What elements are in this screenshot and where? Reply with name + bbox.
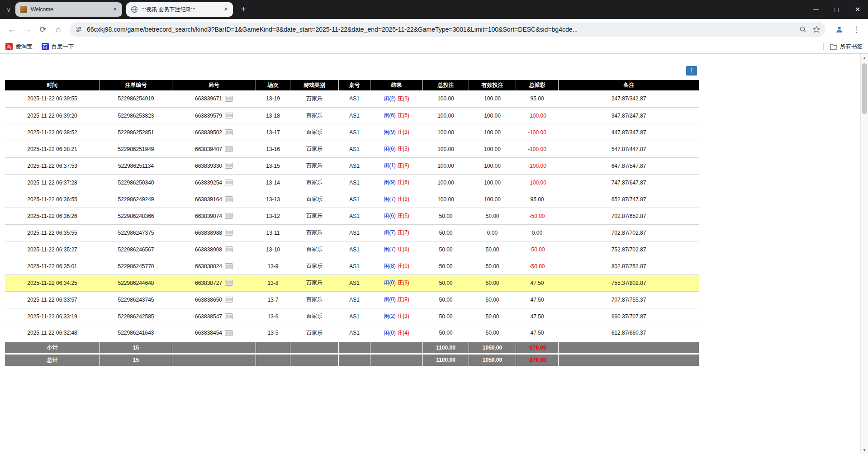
- cell-total-bet[interactable]: 50.00: [423, 325, 469, 341]
- replay-icon[interactable]: [225, 313, 233, 319]
- column-header: 有效投注: [469, 80, 516, 90]
- cell-total-bet[interactable]: 100.00: [423, 141, 469, 157]
- cell-session: 13-7: [256, 291, 290, 308]
- cell-table-number: AS1: [339, 157, 370, 174]
- replay-icon[interactable]: [225, 280, 233, 286]
- tab-close-icon[interactable]: ✕: [111, 6, 119, 13]
- address-bar[interactable]: 66cxkj98.com/game/betrecord_search/kind3…: [70, 22, 825, 37]
- cell-bet-id: 522986253823: [100, 107, 172, 124]
- cell-total-bet[interactable]: 50.00: [423, 308, 469, 325]
- table-row: 2025-11-22 06:36:26 522986248366 6638390…: [5, 208, 699, 224]
- back-icon[interactable]: ←: [5, 22, 20, 37]
- replay-icon[interactable]: [225, 113, 233, 118]
- cell-game-type: 百家乐: [290, 241, 339, 258]
- cell-total-bet[interactable]: 50.00: [423, 258, 469, 274]
- replay-icon[interactable]: [225, 129, 233, 135]
- cell-total-bet[interactable]: 100.00: [423, 157, 469, 174]
- replay-icon[interactable]: [225, 263, 233, 269]
- welcome-favicon-icon: [20, 6, 27, 13]
- url-text[interactable]: 66cxkj98.com/game/betrecord_search/kind3…: [87, 26, 795, 33]
- round-number: 663839502: [195, 129, 222, 136]
- summary-cell-empty: [370, 341, 423, 354]
- cell-remark: 707.87/755.37: [559, 291, 699, 308]
- cell-time: 2025-11-22 06:32:48: [5, 325, 100, 341]
- all-bookmarks-button[interactable]: 所有书签: [823, 43, 863, 51]
- cell-bet-id: 522986242585: [100, 308, 172, 325]
- cell-total-bet[interactable]: 100.00: [423, 174, 469, 191]
- page-content: 1 时间注单编号局号场次游戏类别桌号结果总投注有效投注总派彩备注 2025-11…: [0, 54, 868, 454]
- cell-result: 闲(9) 庄(3): [370, 124, 423, 141]
- replay-icon[interactable]: [225, 180, 233, 185]
- cell-payout: -100.00: [516, 157, 559, 174]
- site-info-icon[interactable]: [75, 26, 82, 33]
- cell-total-bet[interactable]: 50.00: [423, 274, 469, 291]
- cell-time: 2025-11-22 06:33:57: [5, 291, 100, 308]
- cell-total-bet[interactable]: 100.00: [423, 90, 469, 107]
- round-number: 663839164: [195, 196, 222, 203]
- bookmark-icon-baidu: 百: [42, 43, 49, 50]
- cell-time: 2025-11-22 06:35:55: [5, 224, 100, 241]
- bookmark-baidu[interactable]: 百 百度一下: [42, 43, 74, 51]
- cell-bet-id: 522986251134: [100, 157, 172, 174]
- scrollbar-up-icon[interactable]: ▲: [861, 54, 868, 62]
- pagination-page-1[interactable]: 1: [686, 66, 697, 76]
- replay-icon[interactable]: [225, 246, 233, 252]
- vertical-scrollbar[interactable]: ▲ ▼: [860, 54, 868, 454]
- cell-round: 663839164: [172, 191, 256, 208]
- result-banker: 庄(9): [397, 196, 409, 202]
- cell-remark: 747.87/647.87: [559, 174, 699, 191]
- tab-welcome[interactable]: Welcome ✕: [15, 2, 122, 17]
- replay-icon[interactable]: [225, 163, 233, 169]
- table-row: 2025-11-22 06:35:27 522986246567 6638389…: [5, 241, 699, 258]
- zoom-icon[interactable]: [799, 26, 806, 33]
- window-maximize-icon[interactable]: ▢: [826, 0, 847, 19]
- cell-payout: 0.00: [516, 224, 559, 241]
- tab-search-chevron-icon[interactable]: ∨: [4, 6, 14, 13]
- window-minimize-icon[interactable]: —: [806, 0, 826, 19]
- column-header: 局号: [172, 80, 256, 90]
- round-number: 663838547: [195, 313, 222, 320]
- summary-count: 15: [100, 341, 172, 354]
- cell-total-bet[interactable]: 100.00: [423, 107, 469, 124]
- replay-icon[interactable]: [225, 330, 233, 336]
- summary-label: 小计: [5, 341, 100, 354]
- browser-menu-icon[interactable]: ⋮: [849, 22, 863, 37]
- cell-total-bet[interactable]: 100.00: [423, 124, 469, 141]
- tab-bet-record[interactable]: :::视讯 会员下注纪录::: ✕: [126, 2, 233, 17]
- summary-valid-bet: 1050.00: [469, 341, 516, 354]
- scrollbar-down-icon[interactable]: ▼: [861, 446, 868, 454]
- cell-payout: -50.00: [516, 208, 559, 224]
- replay-icon[interactable]: [225, 96, 233, 102]
- replay-icon[interactable]: [225, 297, 233, 303]
- tab-strip: ∨ Welcome ✕ :::视讯 会员下注纪录::: ✕ + — ▢ ✕: [0, 0, 868, 19]
- replay-icon[interactable]: [225, 146, 233, 152]
- refresh-icon[interactable]: ⟳: [35, 22, 51, 37]
- cell-time: 2025-11-22 06:37:28: [5, 174, 100, 191]
- window-close-icon[interactable]: ✕: [847, 0, 868, 19]
- summary-cell-empty: [339, 341, 370, 354]
- replay-icon[interactable]: [225, 196, 233, 202]
- folder-icon: [830, 43, 837, 50]
- forward-icon[interactable]: →: [20, 22, 35, 37]
- cell-total-bet[interactable]: 50.00: [423, 208, 469, 224]
- round-number: 663838988: [195, 230, 222, 236]
- tab-close-icon[interactable]: ✕: [222, 6, 229, 13]
- result-banker: 庄(6): [397, 179, 409, 185]
- cell-total-bet[interactable]: 50.00: [423, 291, 469, 308]
- result-player: 闲(9): [384, 179, 396, 185]
- profile-icon[interactable]: [832, 22, 846, 37]
- cell-total-bet[interactable]: 50.00: [423, 241, 469, 258]
- bookmark-taobao[interactable]: 淘 爱淘宝: [5, 43, 33, 51]
- cell-total-bet[interactable]: 50.00: [423, 224, 469, 241]
- scrollbar-thumb[interactable]: [862, 63, 867, 114]
- new-tab-button[interactable]: +: [237, 3, 250, 16]
- replay-icon[interactable]: [225, 213, 233, 219]
- replay-icon[interactable]: [225, 230, 233, 236]
- cell-valid-bet: 50.00: [469, 325, 516, 341]
- table-row: 2025-11-22 06:39:55 522986254919 6638396…: [5, 90, 699, 107]
- cell-payout: -100.00: [516, 141, 559, 157]
- home-icon[interactable]: ⌂: [51, 22, 66, 37]
- cell-total-bet[interactable]: 100.00: [423, 191, 469, 208]
- cell-payout: -100.00: [516, 107, 559, 124]
- bookmark-star-icon[interactable]: [813, 26, 820, 33]
